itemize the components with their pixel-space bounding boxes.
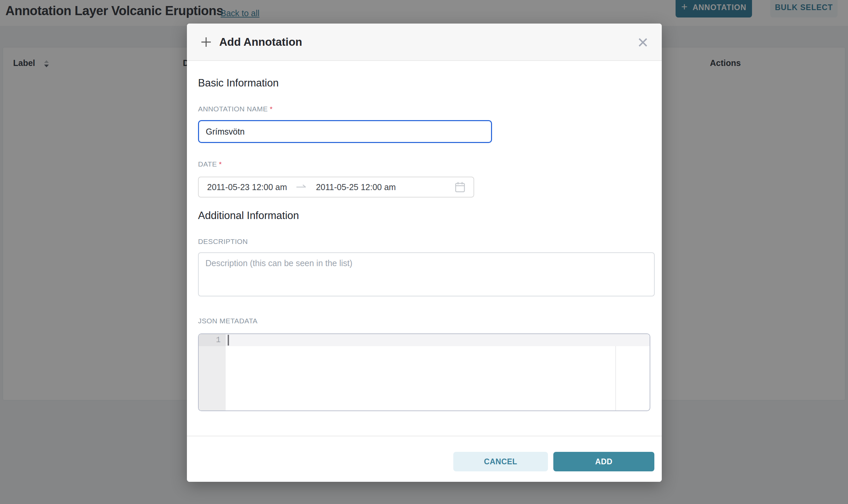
- cancel-button[interactable]: CANCEL: [453, 452, 548, 471]
- editor-gutter: 1: [199, 334, 226, 411]
- json-metadata-label: JSON METADATA: [198, 317, 258, 325]
- date-label: DATE*: [198, 160, 222, 168]
- add-button[interactable]: ADD: [553, 452, 654, 471]
- editor-active-line: [226, 334, 650, 346]
- annotation-layer-page: Annotation Layer Volcanic Eruptions Back…: [0, 0, 848, 504]
- calendar-icon: [455, 182, 465, 193]
- date-range-picker[interactable]: 2011-05-23 12:00 am 2011-05-25 12:00 am: [198, 177, 474, 198]
- modal-title: Add Annotation: [219, 36, 302, 49]
- json-metadata-editor[interactable]: 1: [198, 334, 650, 411]
- modal-footer: CANCEL ADD: [187, 436, 662, 482]
- annotation-name-input[interactable]: [198, 120, 492, 143]
- arrow-right-icon: [296, 184, 307, 190]
- date-label-text: DATE: [198, 160, 217, 168]
- plus-icon: [201, 36, 212, 48]
- description-textarea[interactable]: [198, 252, 655, 296]
- annotation-name-label: ANNOTATION NAME*: [198, 105, 273, 113]
- section-heading-basic: Basic Information: [198, 77, 279, 90]
- description-label: DESCRIPTION: [198, 237, 248, 246]
- annotation-name-label-text: ANNOTATION NAME: [198, 105, 268, 113]
- editor-print-margin: [615, 346, 616, 411]
- modal-header: Add Annotation: [187, 23, 662, 61]
- date-start-value[interactable]: 2011-05-23 12:00 am: [207, 182, 287, 192]
- editor-cursor: [228, 335, 229, 345]
- date-end-value[interactable]: 2011-05-25 12:00 am: [316, 182, 396, 192]
- required-asterisk: *: [270, 105, 273, 113]
- close-icon: [638, 37, 648, 48]
- close-button[interactable]: [636, 36, 650, 49]
- add-annotation-modal: Add Annotation Basic Information ANNOTAT…: [187, 23, 662, 482]
- section-heading-additional: Additional Information: [198, 209, 299, 222]
- required-asterisk: *: [219, 160, 222, 168]
- editor-line-number: 1: [199, 334, 226, 346]
